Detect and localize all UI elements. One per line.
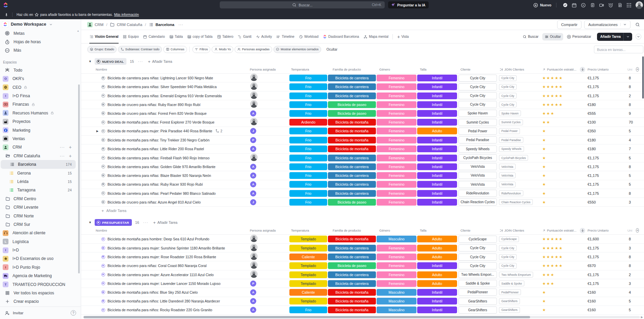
cliente-value[interactable]: GearShifters [458, 298, 497, 305]
rating-cell[interactable]: ★ [541, 290, 586, 295]
join-cliente-cell[interactable]: GearShifters [499, 307, 541, 313]
join-cliente-cell[interactable]: Cycle City [499, 75, 541, 81]
cliente-value[interactable]: VeloVista [458, 181, 497, 188]
genero-pill[interactable]: Femenino [377, 155, 416, 161]
cliente-cell[interactable]: RideRevolution [458, 190, 499, 197]
talla-pill[interactable]: Infantil [417, 307, 457, 313]
task-status-icon[interactable] [101, 255, 105, 259]
horizontal-scrollbar[interactable] [84, 316, 640, 318]
talla-cell[interactable]: Infantil [417, 145, 458, 152]
rating-cell[interactable]: ★ [541, 138, 586, 142]
video-icon[interactable] [597, 1, 606, 10]
table-row[interactable]: Bicicleta de montaña para niños: Little … [81, 297, 644, 306]
header-search-icon[interactable] [635, 22, 640, 27]
task-status-icon[interactable] [101, 156, 105, 160]
assignee-cell[interactable] [247, 118, 289, 127]
join-cliente-tag[interactable]: Chain Reaction Cycles [499, 199, 533, 205]
talla-cell[interactable]: Infantil [417, 172, 458, 179]
cliente-value[interactable]: Cycle City [458, 75, 497, 82]
temperatura-cell[interactable]: Frio [289, 110, 328, 117]
temperatura-cell[interactable]: Frio [289, 128, 328, 134]
precio-cell[interactable]: €1,175 [586, 246, 627, 250]
familia-pill[interactable]: Bicicleta de carretera [328, 271, 376, 278]
cliente-value[interactable]: Saddle & Spoke [458, 280, 497, 287]
sidebar-scroll-up-icon[interactable]: ▲ [77, 29, 79, 32]
sidebar-item-todo[interactable]: Todo [0, 66, 81, 74]
precio-cell[interactable]: €180 [586, 147, 627, 151]
talla-pill[interactable]: Infantil [417, 190, 457, 197]
group-add-task-button[interactable]: +Añadir Tarea [153, 220, 177, 225]
sidebar-item-i-d-punto-rojo[interactable]: II+D Punto Rojo [0, 263, 81, 271]
join-cliente-tag[interactable]: VeloVista [499, 182, 516, 187]
sidebar-item-ceo[interactable]: CEO [0, 83, 81, 91]
unidades-cell[interactable]: 8 [627, 237, 639, 241]
assignee-avatar[interactable] [250, 76, 258, 82]
join-cliente-cell[interactable]: Cycle City [499, 84, 541, 90]
genero-pill[interactable]: Masculino [377, 236, 416, 242]
rating-cell[interactable]: ★★★ [541, 272, 586, 277]
genero-pill[interactable]: Femenino [377, 280, 416, 287]
tab-visi-n-general[interactable]: Visión General [87, 30, 121, 43]
talla-pill[interactable]: Infantil [417, 262, 457, 269]
cliente-cell[interactable]: Cycle City [458, 262, 499, 269]
join-cliente-cell[interactable]: VeloVista [499, 172, 541, 178]
familia-pill[interactable]: Bicicleta de carretera [328, 172, 376, 179]
expand-icon[interactable]: ▶ [96, 130, 101, 133]
tab-tablero[interactable]: Tablero [215, 30, 236, 43]
assignee-cell[interactable]: A [247, 164, 289, 170]
unidades-cell[interactable]: 8 [627, 191, 639, 195]
genero-pill[interactable]: Femenino [377, 254, 416, 260]
task-status-icon[interactable] [101, 299, 105, 303]
col-familia[interactable]: Familia de producto [328, 68, 377, 71]
assignee-cell[interactable] [247, 91, 289, 100]
toolbar-pill-grupo-estado[interactable]: Grupo: Estado [87, 46, 117, 53]
invite-label[interactable]: Invitar [13, 311, 23, 315]
col-talla[interactable]: Talla [417, 229, 458, 232]
task-status-icon[interactable] [101, 273, 105, 276]
unidades-cell[interactable]: 5 [627, 129, 639, 133]
familia-cell[interactable]: Bicicleta de carretera [328, 181, 377, 188]
task-status-icon[interactable] [101, 264, 105, 268]
familia-cell[interactable]: Bicicleta de carretera [328, 83, 377, 90]
col-nombre[interactable]: Nombre [87, 229, 247, 232]
join-cliente-cell[interactable]: CycloPath Bicycles [499, 155, 541, 161]
join-cliente-tag[interactable]: Summit Cycles [499, 119, 523, 125]
join-cliente-cell[interactable]: VeloVista [499, 182, 541, 187]
breadcrumb-more-button[interactable]: ··· [178, 23, 184, 27]
breadcrumb-crm-catalu-a[interactable]: CRM Cataluña [110, 22, 142, 27]
reminder-icon[interactable] [606, 1, 615, 10]
precio-cell[interactable]: €1,175 [586, 255, 627, 259]
cliente-value[interactable]: Cycle City [458, 254, 497, 261]
app-grid-icon[interactable] [624, 1, 634, 10]
genero-pill[interactable]: Femenino [377, 137, 416, 143]
precio-cell[interactable]: €1,175 [586, 76, 627, 80]
task-status-icon[interactable] [101, 111, 105, 115]
table-row[interactable]: ▶ Bicicleta de montaña para mujer: Pink … [81, 127, 644, 136]
join-cliente-tag[interactable]: Cycle City [499, 102, 517, 107]
cliente-value[interactable]: Speedy Wheels [458, 145, 497, 153]
unidades-cell[interactable]: 8 [627, 85, 639, 89]
familia-pill[interactable]: Bicicleta de paseo [328, 101, 376, 108]
add-column-button[interactable]: + [636, 67, 639, 72]
sidebar-item-okr-s[interactable]: OOKR's [0, 75, 81, 83]
talla-cell[interactable]: Infantil [417, 298, 458, 304]
temperatura-pill[interactable]: Templado [289, 298, 327, 304]
cliente-cell[interactable]: VeloVista [458, 181, 499, 188]
cliente-cell[interactable]: Summit Cycles [458, 119, 499, 126]
sidebar-item-agencia-de-marketing[interactable]: Agencia de Marketing [0, 272, 81, 280]
view-search-button[interactable]: Buscar [520, 33, 541, 41]
cliente-value[interactable]: Pedal Paradise [458, 136, 497, 143]
task-name[interactable]: Bicicleta de montaña para hombre: Deep S… [108, 237, 209, 241]
group-more-button[interactable]: ··· [143, 220, 149, 224]
temperatura-cell[interactable]: Frio [289, 172, 328, 179]
ask-ai-button[interactable]: Preguntar a la IA [388, 1, 429, 8]
familia-pill[interactable]: Bicicleta de carretera [328, 92, 376, 99]
genero-pill[interactable]: Femenino [377, 128, 416, 134]
talla-cell[interactable]: Infantil [417, 92, 458, 99]
assignee-avatar[interactable] [250, 85, 258, 91]
temperatura-cell[interactable]: Frio [289, 75, 328, 81]
talla-pill[interactable]: Infantil [417, 83, 457, 90]
talla-pill[interactable]: Adulto [417, 236, 457, 242]
item-add-icon[interactable]: + [69, 153, 72, 159]
genero-pill[interactable]: Femenino [377, 181, 416, 188]
